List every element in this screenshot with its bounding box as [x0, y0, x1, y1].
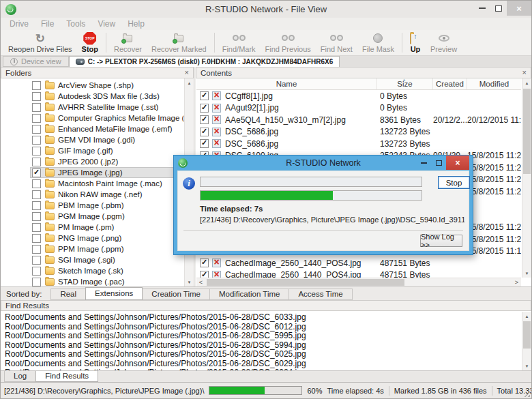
table-row[interactable]: CachedImage_2560_1440_POS4.jpg 487151 By…	[196, 257, 521, 269]
tab-device-view[interactable]: Device view	[3, 56, 69, 67]
column-name[interactable]: Name	[196, 78, 377, 89]
file-checkbox[interactable]	[200, 271, 209, 278]
scrollbar-thumb[interactable]	[523, 321, 531, 349]
scroll-left-icon[interactable]: <	[196, 278, 205, 286]
folder-item[interactable]: GIF Image (.gif)	[1, 145, 183, 156]
sort-tab[interactable]: Creation Time	[142, 289, 210, 300]
dialog-stop-button[interactable]: Stop	[438, 176, 470, 189]
folder-item[interactable]: PGM Image (.pgm)	[1, 211, 183, 222]
file-mask-button[interactable]: File Mask	[357, 30, 399, 55]
folder-checkbox[interactable]	[32, 267, 41, 276]
reopen-drive-files-button[interactable]: ↻ Reopen Drive Files	[3, 30, 77, 55]
menu-item[interactable]: Help	[121, 19, 151, 29]
bottom-tab[interactable]: Find Results	[35, 371, 98, 382]
scrollbar-thumb[interactable]	[207, 279, 404, 286]
folder-checkbox[interactable]	[32, 201, 41, 210]
folder-checkbox[interactable]	[32, 158, 41, 166]
recover-marked-button[interactable]: Recover Marked	[147, 30, 211, 55]
folder-checkbox[interactable]	[32, 234, 41, 243]
folder-item[interactable]: Sketch Image (.sk)	[1, 265, 183, 276]
scroll-up-icon[interactable]: ▲	[522, 312, 531, 321]
folder-checkbox[interactable]	[32, 136, 41, 145]
folder-checkbox[interactable]	[32, 190, 41, 199]
contents-scrollbar[interactable]: ▲ ▼	[522, 78, 531, 278]
sort-tab[interactable]: Access Time	[289, 289, 352, 300]
recover-button[interactable]: Recover	[109, 30, 147, 55]
find-result-item[interactable]: Root/Documents and Settings/Johnson/Pict…	[1, 359, 521, 369]
folder-item[interactable]: SGI Image (.sgi)	[1, 254, 183, 265]
scroll-up-icon[interactable]: ▲	[185, 78, 194, 87]
find-results-scrollbar[interactable]: ▲ ▼	[522, 312, 531, 370]
menu-item[interactable]: File	[35, 19, 60, 29]
file-checkbox[interactable]	[200, 104, 209, 113]
dialog-close-button[interactable]: ×	[446, 156, 469, 170]
folder-checkbox[interactable]	[32, 278, 41, 286]
folder-item[interactable]: STAD Image (.pac)	[1, 276, 183, 286]
folder-checkbox[interactable]	[32, 103, 41, 112]
minimize-button[interactable]	[474, 1, 490, 16]
contents-hscrollbar[interactable]: < >	[196, 278, 521, 286]
menu-item[interactable]: Drive	[3, 19, 35, 29]
table-row[interactable]: CachedImage_2560_1440_POS4.jpg 487151 By…	[196, 269, 521, 278]
file-checkbox[interactable]	[200, 139, 209, 148]
close-button[interactable]: ×	[507, 1, 531, 16]
dialog-minimize-button[interactable]	[416, 156, 431, 170]
table-row[interactable]: CCgff8[1].jpg 0 Bytes	[196, 90, 521, 102]
folder-checkbox[interactable]	[32, 168, 41, 177]
tab-drive-file-view[interactable]: C: -> PLEXTOR PX-256M6S (disk0) F.0HDKHM…	[69, 56, 340, 67]
folder-checkbox[interactable]	[32, 179, 41, 188]
sort-tab[interactable]: Modification Time	[209, 289, 289, 300]
stop-button[interactable]: STOP Stop	[77, 30, 103, 55]
sort-tab[interactable]: Real	[50, 289, 86, 300]
find-result-item[interactable]: Root/Documents and Settings/Johnson/Pict…	[1, 323, 521, 332]
folder-checkbox[interactable]	[32, 114, 41, 123]
folder-item[interactable]: Autodesk 3DS Max file (.3ds)	[1, 91, 183, 102]
menu-item[interactable]: View	[91, 19, 121, 29]
folder-item[interactable]: PPM Image (.ppm)	[1, 243, 183, 254]
folder-item[interactable]: PNG Image (.png)	[1, 233, 183, 243]
column-created[interactable]: Created	[433, 78, 467, 89]
scroll-right-icon[interactable]: >	[512, 278, 521, 286]
folder-item[interactable]: JPEG Image (.jpg)	[1, 167, 183, 178]
folder-checkbox[interactable]	[32, 212, 41, 221]
folder-checkbox[interactable]	[32, 147, 41, 156]
scrollbar-thumb[interactable]	[523, 89, 531, 174]
table-row[interactable]: AAe5QL4_h150_w310_m7[2].jpg 8361 Bytes 2…	[196, 114, 521, 126]
table-row[interactable]: DSC_5686.jpg 132723 Bytes	[196, 126, 521, 138]
column-modified[interactable]: Modified	[467, 78, 521, 89]
scroll-down-icon[interactable]: ▼	[185, 278, 194, 286]
find-next-button[interactable]: Find Next	[316, 30, 357, 55]
find-result-item[interactable]: Root/Documents and Settings/Johnson/Pict…	[1, 350, 521, 359]
folder-item[interactable]: GEM VDI Image (.gdi)	[1, 134, 183, 145]
folder-item[interactable]: JPEG 2000 (.jp2)	[1, 156, 183, 167]
folder-item[interactable]: Computer Graphics Metafile Image (.cgm)	[1, 113, 183, 123]
preview-button[interactable]: Preview	[426, 30, 462, 55]
column-size[interactable]: ▲ Size	[377, 78, 433, 89]
bottom-tab[interactable]: Log	[4, 371, 36, 382]
folder-item[interactable]: Enhanced MetaFile Image (.emf)	[1, 123, 183, 134]
find-result-item[interactable]: Root/Documents and Settings/Johnson/Pict…	[1, 331, 521, 341]
file-checkbox[interactable]	[200, 258, 209, 267]
table-row[interactable]: DSC_5686.jpg 132723 Bytes	[196, 138, 521, 150]
folder-item[interactable]: Nikon RAW image (.nef)	[1, 189, 183, 200]
folder-checkbox[interactable]	[32, 92, 41, 101]
dialog-maximize-button[interactable]	[431, 156, 446, 170]
find-previous-button[interactable]: Find Previous	[261, 30, 316, 55]
find-result-item[interactable]: Root/Documents and Settings/Johnson/Pict…	[1, 313, 521, 323]
close-panel-icon[interactable]: ×	[522, 69, 527, 76]
menu-item[interactable]: Tools	[60, 19, 91, 29]
folder-checkbox[interactable]	[32, 125, 41, 134]
find-result-item[interactable]: Root/Documents and Settings/Johnson/Pict…	[1, 341, 521, 351]
table-row[interactable]: AAgut92[1].jpg 0 Bytes	[196, 102, 521, 115]
show-log-button[interactable]: Show Log >>	[420, 235, 462, 247]
scroll-down-icon[interactable]: ▼	[522, 269, 531, 278]
file-checkbox[interactable]	[200, 128, 209, 136]
close-panel-icon[interactable]: ×	[185, 69, 189, 76]
folder-checkbox[interactable]	[32, 81, 41, 90]
scroll-up-icon[interactable]: ▲	[522, 78, 531, 87]
up-button[interactable]: ↑ Up	[405, 30, 426, 55]
folder-checkbox[interactable]	[32, 245, 41, 254]
file-checkbox[interactable]	[200, 115, 209, 124]
folder-checkbox[interactable]	[32, 223, 41, 232]
folder-checkbox[interactable]	[32, 256, 41, 265]
